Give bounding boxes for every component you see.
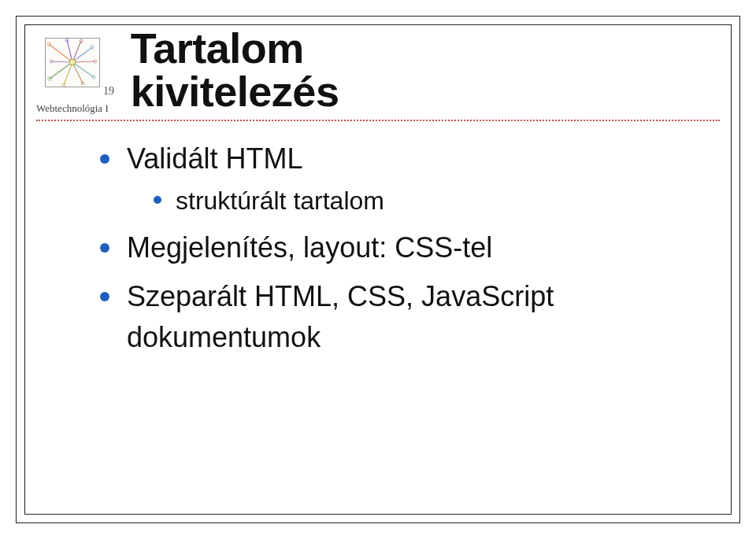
svg-point-21 [69,59,76,65]
list-item: struktúrált tartalom [154,183,699,219]
bullet-text: Szeparált HTML, CSS, JavaScript dokument… [127,280,554,353]
bullet-list: Validált HTML struktúrált tartalom Megje… [100,138,699,358]
title-column: Tartalom kivitelezés [109,27,720,115]
slide-title-line-2: kivitelezés [131,70,720,113]
list-item: Megjelenítés, layout: CSS-tel [100,227,699,268]
neural-network-icon [45,38,100,87]
bullet-text: Megjelenítés, layout: CSS-tel [127,231,492,264]
logo-column: Webtechnológia I [36,35,109,115]
sub-bullet-list: struktúrált tartalom [127,183,699,219]
bullet-text: Validált HTML [127,142,302,175]
list-item: Validált HTML struktúrált tartalom [100,138,699,220]
header-row: Webtechnológia I Tartalom kivitelezés [25,25,731,115]
bullet-text: struktúrált tartalom [176,186,384,215]
slide-title-line-1: Tartalom [131,27,720,70]
list-item: Szeparált HTML, CSS, JavaScript dokument… [100,276,699,358]
content-area: Validált HTML struktúrált tartalom Megje… [25,121,731,358]
slide-number: 19 [103,85,114,98]
slide-outer-frame: Webtechnológia I Tartalom kivitelezés 19… [16,16,740,523]
slide-inner-frame: Webtechnológia I Tartalom kivitelezés 19… [24,24,732,515]
course-label: Webtechnológia I [36,102,109,115]
